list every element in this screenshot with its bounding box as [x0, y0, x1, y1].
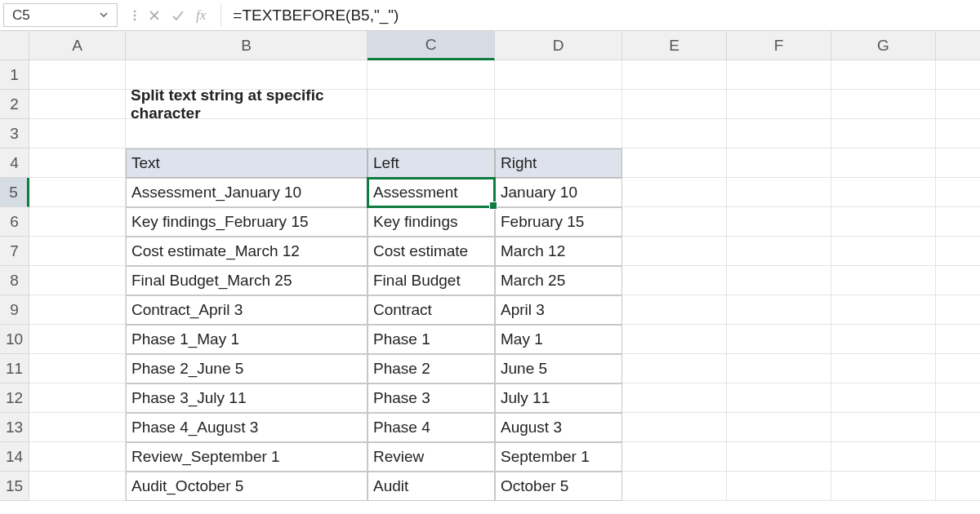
column-header-G[interactable]: G: [831, 31, 936, 60]
cell-C6[interactable]: Key findings: [368, 207, 495, 237]
cell-F13[interactable]: [727, 413, 831, 442]
cell-G1[interactable]: [831, 60, 936, 90]
cell-E8[interactable]: [622, 266, 727, 295]
cell-D3[interactable]: [495, 119, 622, 148]
cell-B2[interactable]: Split text string at specific character: [126, 90, 368, 119]
cell-C10[interactable]: Phase 1: [368, 325, 495, 354]
cell-B4[interactable]: Text: [126, 148, 368, 178]
cell-F4[interactable]: [727, 148, 831, 178]
cell-C8[interactable]: Final Budget: [368, 266, 495, 295]
cell-G14[interactable]: [831, 442, 936, 472]
cell-H13[interactable]: [936, 413, 980, 442]
row-header-12[interactable]: 12: [0, 383, 29, 413]
cell-A11[interactable]: [29, 354, 126, 383]
cell-G2[interactable]: [831, 90, 936, 119]
cell-F7[interactable]: [727, 237, 831, 266]
cell-B12[interactable]: Phase 3_July 11: [126, 383, 368, 413]
cell-C14[interactable]: Review: [368, 442, 495, 472]
row-header-15[interactable]: 15: [0, 472, 29, 501]
cell-D1[interactable]: [495, 60, 622, 90]
cell-A5[interactable]: [29, 178, 126, 207]
cell-D5[interactable]: January 10: [495, 178, 622, 207]
cell-E6[interactable]: [622, 207, 727, 237]
cell-C3[interactable]: [368, 119, 495, 148]
cell-E11[interactable]: [622, 354, 727, 383]
cell-E2[interactable]: [622, 90, 727, 119]
cell-D9[interactable]: April 3: [495, 295, 622, 325]
cell-C13[interactable]: Phase 4: [368, 413, 495, 442]
cell-C5[interactable]: Assessment: [368, 178, 495, 207]
cell-D2[interactable]: [495, 90, 622, 119]
cell-B14[interactable]: Review_September 1: [126, 442, 368, 472]
cell-D6[interactable]: February 15: [495, 207, 622, 237]
cell-G4[interactable]: [831, 148, 936, 178]
cell-A14[interactable]: [29, 442, 126, 472]
row-header-2[interactable]: 2: [0, 90, 29, 119]
cell-D10[interactable]: May 1: [495, 325, 622, 354]
cell-D13[interactable]: August 3: [495, 413, 622, 442]
cell-G5[interactable]: [831, 178, 936, 207]
cell-D11[interactable]: June 5: [495, 354, 622, 383]
enter-formula-icon[interactable]: [172, 10, 185, 21]
cell-H9[interactable]: [936, 295, 980, 325]
cell-C1[interactable]: [368, 60, 495, 90]
cell-H10[interactable]: [936, 325, 980, 354]
cell-C11[interactable]: Phase 2: [368, 354, 495, 383]
cell-C12[interactable]: Phase 3: [368, 383, 495, 413]
cell-B5[interactable]: Assessment_January 10: [126, 178, 368, 207]
cell-H3[interactable]: [936, 119, 980, 148]
cell-E1[interactable]: [622, 60, 727, 90]
cell-H2[interactable]: [936, 90, 980, 119]
cell-D7[interactable]: March 12: [495, 237, 622, 266]
cell-G13[interactable]: [831, 413, 936, 442]
cell-G12[interactable]: [831, 383, 936, 413]
row-header-1[interactable]: 1: [0, 60, 29, 90]
cell-G9[interactable]: [831, 295, 936, 325]
cell-E12[interactable]: [622, 383, 727, 413]
formula-input[interactable]: =TEXTBEFORE(B5,"_"): [221, 3, 977, 27]
cell-C9[interactable]: Contract: [368, 295, 495, 325]
column-header-E[interactable]: E: [622, 31, 727, 60]
column-header-H[interactable]: H: [936, 31, 980, 60]
cell-F3[interactable]: [727, 119, 831, 148]
cell-A3[interactable]: [29, 119, 126, 148]
row-header-13[interactable]: 13: [0, 413, 29, 442]
cell-A8[interactable]: [29, 266, 126, 295]
cell-E13[interactable]: [622, 413, 727, 442]
name-box[interactable]: C5: [3, 3, 118, 27]
row-header-10[interactable]: 10: [0, 325, 29, 354]
cell-E15[interactable]: [622, 472, 727, 501]
row-header-5[interactable]: 5: [0, 178, 29, 207]
cell-F11[interactable]: [727, 354, 831, 383]
row-header-11[interactable]: 11: [0, 354, 29, 383]
row-header-3[interactable]: 3: [0, 119, 29, 148]
cell-F9[interactable]: [727, 295, 831, 325]
cell-C4[interactable]: Left: [368, 148, 495, 178]
cell-F8[interactable]: [727, 266, 831, 295]
cell-H11[interactable]: [936, 354, 980, 383]
cell-G7[interactable]: [831, 237, 936, 266]
cell-A2[interactable]: [29, 90, 126, 119]
cell-H4[interactable]: [936, 148, 980, 178]
cell-A6[interactable]: [29, 207, 126, 237]
cell-D8[interactable]: March 25: [495, 266, 622, 295]
cell-A10[interactable]: [29, 325, 126, 354]
cell-E14[interactable]: [622, 442, 727, 472]
column-header-D[interactable]: D: [495, 31, 622, 60]
column-header-C[interactable]: C: [368, 31, 495, 60]
column-header-A[interactable]: A: [29, 31, 126, 60]
cell-A12[interactable]: [29, 383, 126, 413]
cell-B3[interactable]: [126, 119, 368, 148]
cell-F5[interactable]: [727, 178, 831, 207]
cell-E5[interactable]: [622, 178, 727, 207]
cell-F10[interactable]: [727, 325, 831, 354]
cell-F15[interactable]: [727, 472, 831, 501]
cell-E4[interactable]: [622, 148, 727, 178]
cell-E10[interactable]: [622, 325, 727, 354]
cell-B11[interactable]: Phase 2_June 5: [126, 354, 368, 383]
cell-B9[interactable]: Contract_April 3: [126, 295, 368, 325]
column-header-F[interactable]: F: [727, 31, 831, 60]
cell-H6[interactable]: [936, 207, 980, 237]
spreadsheet-grid[interactable]: ABCDEFGH12Split text string at specific …: [0, 31, 980, 501]
select-all-corner[interactable]: [0, 31, 29, 60]
